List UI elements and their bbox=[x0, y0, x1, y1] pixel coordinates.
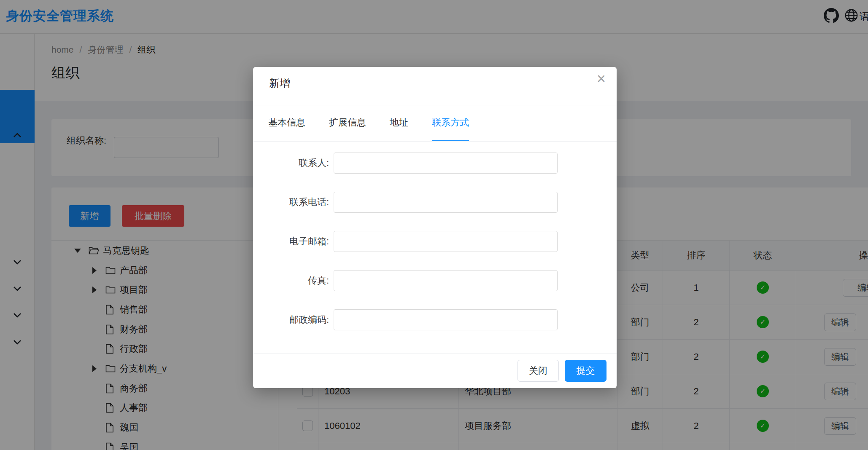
fax-label: 传真: bbox=[253, 274, 329, 287]
dialog-title: 新增 bbox=[269, 76, 290, 90]
tab-address[interactable]: 地址 bbox=[390, 105, 408, 142]
form-row: 传真: bbox=[253, 270, 558, 291]
email-input[interactable] bbox=[334, 231, 558, 252]
form-row: 电子邮箱: bbox=[253, 231, 558, 252]
dialog-close-button[interactable]: 关闭 bbox=[518, 360, 559, 382]
contact-phone-input[interactable] bbox=[334, 192, 558, 213]
postal-code-label: 邮政编码: bbox=[253, 313, 329, 326]
form-row: 联系电话: bbox=[253, 192, 558, 213]
dialog-tabs: 基本信息 扩展信息 地址 联系方式 bbox=[268, 105, 469, 142]
close-icon[interactable]: × bbox=[597, 71, 606, 86]
tab-basic-info[interactable]: 基本信息 bbox=[268, 105, 305, 142]
tab-extended-info[interactable]: 扩展信息 bbox=[329, 105, 366, 142]
form-row: 邮政编码: bbox=[253, 309, 558, 330]
divider bbox=[253, 353, 617, 354]
add-dialog: 新增 × 基本信息 扩展信息 地址 联系方式 联系人: 联系电话: 电子邮箱: … bbox=[253, 67, 617, 388]
form-row: 联系人: bbox=[253, 153, 558, 174]
email-label: 电子邮箱: bbox=[253, 235, 329, 248]
tab-contact[interactable]: 联系方式 bbox=[432, 105, 469, 142]
contact-phone-label: 联系电话: bbox=[253, 196, 329, 209]
postal-code-input[interactable] bbox=[334, 309, 558, 330]
fax-input[interactable] bbox=[334, 270, 558, 291]
contact-person-label: 联系人: bbox=[253, 157, 329, 169]
dialog-submit-button[interactable]: 提交 bbox=[565, 360, 607, 382]
contact-person-input[interactable] bbox=[334, 153, 558, 174]
divider bbox=[253, 141, 617, 142]
